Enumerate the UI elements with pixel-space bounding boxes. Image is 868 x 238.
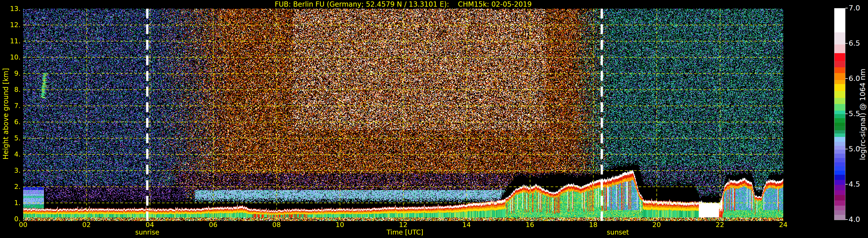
colorbar-segment — [834, 200, 845, 206]
colorbar-segment — [834, 171, 845, 175]
colorbar-segment — [834, 190, 845, 195]
y-tick-label: 9. — [0, 70, 21, 77]
colorbar-segment — [834, 73, 845, 80]
x-tick-label: 04 — [137, 221, 163, 229]
colorbar-segment — [834, 133, 845, 137]
colorbar-segment — [834, 44, 845, 53]
x-tick-label: 22 — [707, 221, 733, 229]
x-tick-label: 10 — [327, 221, 353, 229]
colorbar-tick-mark — [845, 43, 848, 44]
x-tick-label: 02 — [73, 221, 99, 229]
colorbar — [834, 8, 845, 220]
colorbar-segment — [834, 104, 845, 110]
page-title: FUB: Berlin FU (Germany; 52.4579 N / 13.… — [23, 0, 783, 8]
y-axis-label: Height above ground [km] — [2, 68, 10, 160]
x-tick-label: 12 — [390, 221, 416, 229]
colorbar-segment — [834, 166, 845, 171]
lidar-quicklook-page: FUB: Berlin FU (Germany; 52.4579 N / 13.… — [0, 0, 868, 238]
colorbar-tick-mark — [845, 184, 848, 184]
colorbar-tick-label: 7.0 — [848, 4, 860, 12]
colorbar-segment — [834, 206, 845, 210]
colorbar-segment — [834, 84, 845, 91]
x-tick-label: 24 — [770, 221, 796, 229]
y-tick-label: 12. — [0, 21, 21, 29]
x-tick-label: 14 — [454, 221, 479, 229]
colorbar-segment — [834, 123, 845, 126]
colorbar-segment — [834, 210, 845, 215]
lidar-quicklook-canvas — [23, 9, 783, 221]
x-tick-label: 06 — [200, 221, 226, 229]
colorbar-segment — [834, 146, 845, 149]
colorbar-tick-label: 6.5 — [848, 39, 860, 47]
colorbar-segment — [834, 180, 845, 185]
y-tick-label: 2. — [0, 183, 21, 190]
colorbar-segment — [834, 114, 845, 118]
colorbar-segment — [834, 32, 845, 45]
colorbar-segment — [834, 185, 845, 190]
x-tick-label: 16 — [517, 221, 543, 229]
sunrise-label: sunrise — [124, 229, 170, 236]
colorbar-segment — [834, 175, 845, 180]
colorbar-segment — [834, 195, 845, 200]
y-tick-label: 3. — [0, 167, 21, 174]
colorbar-segment — [834, 91, 845, 98]
y-tick-label: 6. — [0, 118, 21, 126]
sunset-label: sunset — [595, 229, 641, 236]
y-tick-label: 8. — [0, 86, 21, 93]
colorbar-segment — [834, 61, 845, 67]
colorbar-segment — [834, 98, 845, 104]
y-tick-label: 7. — [0, 102, 21, 109]
colorbar-segment — [834, 142, 845, 146]
x-tick-label: 00 — [10, 221, 36, 229]
colorbar-segment — [834, 8, 845, 32]
colorbar-tick-mark — [845, 149, 848, 149]
y-tick-label: 11. — [0, 37, 21, 45]
colorbar-tick-label: 4.0 — [848, 215, 860, 224]
colorbar-tick-mark — [845, 8, 848, 8]
colorbar-segment — [834, 149, 845, 154]
colorbar-segment — [834, 118, 845, 123]
x-tick-label: 18 — [580, 221, 606, 229]
colorbar-segment — [834, 154, 845, 158]
y-tick-label: 13. — [0, 5, 21, 12]
colorbar-segment — [834, 67, 845, 73]
colorbar-tick-mark — [845, 113, 848, 114]
x-tick-label: 08 — [264, 221, 289, 229]
colorbar-segment — [834, 53, 845, 61]
y-tick-label: 5. — [0, 134, 21, 142]
colorbar-label: log(rc-signal) @ 1064 nm — [859, 69, 867, 160]
y-tick-label: 4. — [0, 150, 21, 158]
colorbar-segment — [834, 215, 845, 220]
colorbar-tick-mark — [845, 78, 848, 79]
colorbar-segment — [834, 126, 845, 130]
x-tick-label: 20 — [644, 221, 670, 229]
colorbar-segment — [834, 158, 845, 162]
colorbar-segment — [834, 130, 845, 134]
colorbar-segment — [834, 111, 845, 114]
colorbar-segment — [834, 80, 845, 84]
y-tick-label: 1. — [0, 199, 21, 206]
colorbar-segment — [834, 162, 845, 167]
x-axis-label: Time [UTC] — [376, 229, 434, 236]
colorbar-segment — [834, 137, 845, 142]
colorbar-tick-mark — [845, 219, 848, 220]
y-tick-label: 10. — [0, 54, 21, 61]
colorbar-tick-label: 4.5 — [848, 180, 860, 188]
